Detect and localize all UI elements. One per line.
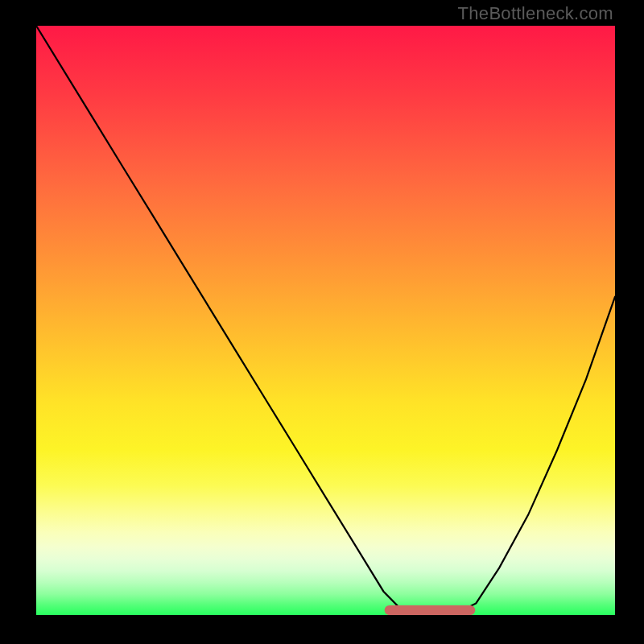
attribution-text: TheBottleneck.com bbox=[458, 3, 613, 23]
plot-area bbox=[36, 26, 615, 615]
bottleneck-curve-line bbox=[36, 26, 615, 615]
attribution-label: TheBottleneck.com bbox=[458, 3, 613, 24]
bottleneck-curve-svg bbox=[36, 26, 615, 615]
chart-frame: TheBottleneck.com bbox=[0, 0, 644, 644]
